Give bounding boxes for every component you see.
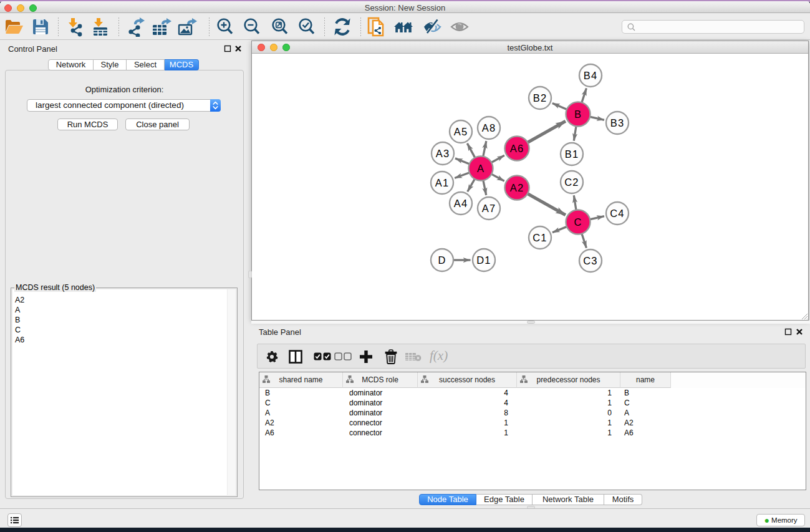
svg-text:B4: B4 bbox=[584, 70, 598, 81]
svg-text:C2: C2 bbox=[564, 177, 579, 188]
svg-text:B: B bbox=[574, 109, 582, 120]
svg-text:C4: C4 bbox=[610, 208, 625, 219]
svg-text:D: D bbox=[438, 254, 446, 266]
svg-text:C1: C1 bbox=[533, 232, 547, 243]
svg-text:A4: A4 bbox=[454, 198, 468, 209]
svg-text:C3: C3 bbox=[583, 255, 598, 266]
svg-text:A1: A1 bbox=[435, 177, 450, 188]
svg-text:A3: A3 bbox=[436, 148, 450, 159]
svg-text:A: A bbox=[477, 163, 485, 174]
svg-text:B3: B3 bbox=[610, 117, 625, 128]
svg-text:B1: B1 bbox=[565, 148, 579, 160]
svg-text:B2: B2 bbox=[533, 92, 547, 104]
svg-text:D1: D1 bbox=[476, 254, 491, 266]
svg-text:A5: A5 bbox=[454, 126, 468, 137]
svg-text:A7: A7 bbox=[482, 203, 496, 214]
svg-text:A6: A6 bbox=[510, 143, 524, 154]
svg-text:A2: A2 bbox=[510, 182, 524, 193]
svg-text:C: C bbox=[574, 216, 582, 228]
svg-text:A8: A8 bbox=[482, 122, 496, 133]
